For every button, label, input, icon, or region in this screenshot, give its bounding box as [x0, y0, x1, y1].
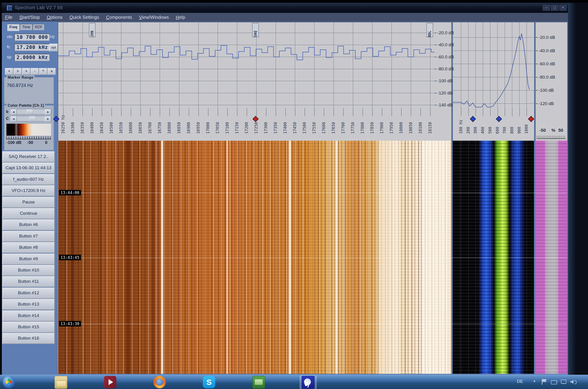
main-db-label: -140 dB	[437, 102, 453, 108]
field-input-vfo[interactable]: 10 700 000	[14, 33, 50, 41]
side-button-7[interactable]: Button #7	[2, 231, 55, 242]
waterfall-dark-band	[152, 141, 155, 374]
audio-spectrum-plot	[453, 22, 534, 108]
tray-language: DE	[517, 379, 523, 384]
station-marker-saq[interactable]: SAQ	[252, 23, 259, 37]
side-button-14[interactable]: Button #14	[2, 310, 55, 322]
spectrum-lab-icon[interactable]	[302, 376, 315, 389]
station-marker-label: SAQ	[253, 24, 258, 37]
menu-file[interactable]: File	[5, 13, 12, 22]
side-button-11[interactable]: Button #11	[2, 276, 55, 287]
marker-range-title: Marker Range	[6, 75, 34, 80]
menu-view-windows[interactable]: View/Windows	[139, 13, 169, 22]
main-db-tick	[435, 33, 436, 33]
side-button-continue[interactable]: Continue	[2, 208, 55, 219]
station-marker-label: RDL	[427, 24, 432, 37]
minimize-button[interactable]: –	[543, 5, 550, 11]
audio-db-tick	[536, 51, 538, 51]
main-freq-label: 16250 Hz	[61, 110, 65, 134]
audio-freq-label: 500	[488, 110, 492, 134]
menu-start-stop[interactable]: Start/Stop	[19, 13, 40, 22]
start-icon[interactable]	[3, 376, 15, 388]
field-suffix-vfo: Hz	[50, 34, 55, 39]
main-freq-label: 18000	[399, 110, 403, 134]
palette-slider-C[interactable]: ◄►	[10, 116, 52, 121]
audio-freq-label: 900	[517, 110, 522, 134]
skype-icon[interactable]: S	[203, 376, 215, 388]
side-button-6[interactable]: Button #6	[2, 219, 55, 230]
explorer-icon[interactable]	[55, 376, 67, 389]
side-button-10[interactable]: Button #10	[2, 265, 55, 276]
station-marker-jxn[interactable]: JXN	[89, 23, 96, 37]
nav-up-button[interactable]: ^	[39, 68, 47, 75]
side-button-8[interactable]: Button #8	[2, 242, 55, 253]
menu-components[interactable]: Components	[106, 13, 132, 22]
side-button-pause[interactable]: Pause	[2, 197, 55, 208]
percent-ruler	[537, 136, 566, 139]
main-db-label: -60.0 dB	[437, 55, 454, 60]
main-freq-label: 17250	[254, 110, 259, 134]
palette-slider-b[interactable]: ◄►	[10, 109, 52, 115]
tray-network-icon[interactable]	[560, 379, 567, 385]
side-button-saq[interactable]: SAQ Receiver 17.2..	[2, 151, 55, 162]
main-freq-label: 17100	[225, 110, 229, 134]
slider-left-arrow[interactable]: ◄	[10, 116, 17, 122]
audio-waterfall-noise	[453, 141, 534, 374]
firefox-icon[interactable]	[153, 376, 166, 388]
timestamp-line	[58, 258, 567, 258]
menu-help[interactable]: Help	[176, 13, 185, 22]
battery-body	[551, 380, 557, 384]
tray-flag-icon[interactable]	[541, 379, 547, 385]
tray-battery-icon[interactable]	[551, 379, 557, 385]
tab-time[interactable]: Time	[20, 24, 33, 30]
maximize-button[interactable]: □	[551, 5, 558, 11]
station-marker-rdl[interactable]: RDL	[426, 23, 433, 37]
nav-left-button[interactable]: <	[5, 68, 13, 75]
audio-db-tick	[536, 64, 538, 64]
slider-right-arrow[interactable]: ►	[45, 109, 51, 115]
main-freq-label: 17050	[215, 110, 220, 134]
side-button-vfo[interactable]: VFO=17200.9 Hz	[2, 185, 55, 196]
field-input-sp[interactable]: 2.0000 kHz	[14, 54, 50, 61]
slider-left-arrow[interactable]: ◄	[10, 109, 17, 115]
side-button-capt[interactable]: Capt 13-06-30 11:44:13	[2, 162, 55, 174]
main-freq-label: 17750	[351, 110, 355, 134]
field-input-fc[interactable]: 17.200 kHz	[14, 44, 50, 51]
slider-thumb[interactable]	[29, 116, 36, 121]
side-button-faudio[interactable]: f_audio=607 Hz	[2, 174, 55, 185]
close-button[interactable]: ×	[559, 5, 567, 11]
opt-button[interactable]: opt	[49, 44, 58, 52]
tray-volume-icon[interactable]	[570, 379, 576, 385]
field-label-sp: sp	[7, 55, 14, 60]
audio-freq-label: 800	[510, 110, 514, 134]
nav-plus-button[interactable]: +	[22, 68, 30, 75]
tray-hidden-icons-icon[interactable]: ▲	[531, 379, 538, 385]
speaker-wave	[574, 381, 577, 384]
side-button-12[interactable]: Button #12	[2, 288, 55, 299]
main-freq-label: 16350	[80, 110, 85, 134]
side-button-16[interactable]: Button #16	[2, 333, 55, 344]
green-app-icon[interactable]	[252, 376, 265, 389]
main-freq-label: 17200	[244, 110, 249, 134]
side-button-9[interactable]: Button #9	[2, 254, 55, 265]
nav-minus-button[interactable]: -	[31, 68, 39, 75]
palette-slider-label-b: b	[6, 109, 8, 114]
main-db-tick	[435, 57, 436, 57]
main-freq-label: 18150	[428, 110, 432, 134]
nav-down-button[interactable]: v	[48, 68, 56, 75]
audio-db-tick	[536, 77, 538, 77]
media-player-icon[interactable]	[104, 376, 116, 388]
menu-options[interactable]: Options	[47, 13, 63, 22]
main-freq-label: 17700	[341, 110, 345, 134]
slider-thumb[interactable]	[27, 109, 33, 115]
nav-right-button[interactable]: >	[14, 68, 22, 75]
side-button-15[interactable]: Button #15	[2, 322, 55, 333]
tab-freq[interactable]: Freq	[7, 24, 20, 31]
slider-right-arrow[interactable]: ►	[45, 116, 51, 122]
tab-rdf[interactable]: RDF	[33, 24, 45, 30]
menu-bar: FileStart/StopOptionsQuick SettingsCompo…	[2, 13, 568, 22]
percent-left-label: -50	[539, 128, 546, 133]
side-button-13[interactable]: Button #13	[2, 299, 55, 310]
audio-freq-label: 600	[495, 110, 500, 134]
menu-quick-settings[interactable]: Quick Settings	[69, 13, 99, 22]
